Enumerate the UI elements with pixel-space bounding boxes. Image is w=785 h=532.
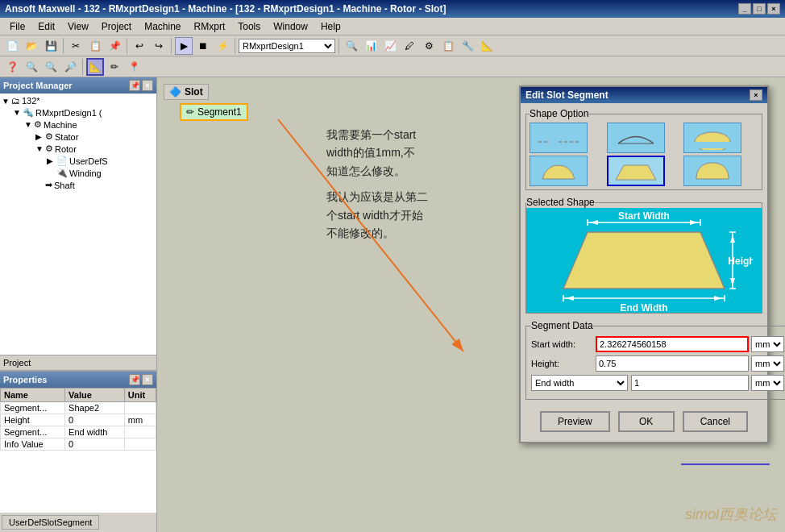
menu-view[interactable]: View [61, 19, 95, 34]
stop-btn[interactable]: ⏹ [194, 37, 212, 55]
tb2-btn1[interactable]: ❓ [3, 58, 21, 76]
props-pin-btn[interactable]: 📌 [129, 374, 140, 385]
height-arrow-top [730, 235, 735, 243]
pm-pin-btn[interactable]: 📌 [129, 80, 140, 91]
end-width-input[interactable] [631, 375, 749, 391]
tb2-btn5[interactable]: 📐 [86, 58, 104, 76]
tree-label-winding: Winding [69, 168, 102, 178]
tree-item-132[interactable]: ▼ 🗂 132* [2, 95, 155, 106]
shape-option-3[interactable] [683, 123, 741, 153]
save-btn[interactable]: 💾 [42, 37, 60, 55]
tb2-btn7[interactable]: 📍 [125, 58, 143, 76]
prop-value: 0 [65, 414, 125, 426]
menu-edit[interactable]: Edit [31, 19, 61, 34]
prop-unit [124, 438, 156, 451]
tree-item-rotor[interactable]: ▼ ⚙ Rotor [2, 143, 155, 155]
close-btn[interactable]: × [767, 3, 780, 15]
pm-close-btn[interactable]: × [142, 80, 153, 91]
shape-option-2[interactable] [607, 123, 665, 153]
tb2-btn2[interactable]: 🔍 [23, 58, 40, 76]
shape-option-4[interactable] [530, 156, 588, 186]
slot-parent[interactable]: 🔷 Slot [164, 84, 209, 100]
comment-line6: 个start width才开始 [326, 206, 428, 224]
tb-btn8[interactable]: 📐 [478, 37, 496, 55]
new-btn[interactable]: 📄 [3, 37, 21, 55]
redo-btn[interactable]: ↪ [150, 37, 168, 55]
project-manager-header: Project Manager 📌 × [0, 77, 156, 94]
menu-tools[interactable]: Tools [231, 19, 267, 34]
menu-help[interactable]: Help [314, 19, 347, 34]
userdef-slot-segment-btn[interactable]: UserDefSlotSegment [2, 515, 99, 530]
toolbar-2: ❓ 🔍 🔍 🔎 📐 ✏ 📍 [0, 56, 785, 77]
tb-btn3[interactable]: 📈 [381, 37, 399, 55]
tree-item-machine[interactable]: ▼ ⚙ Machine [2, 118, 155, 131]
cancel-btn[interactable]: Cancel [683, 411, 748, 432]
start-width-unit[interactable]: mm cm m [751, 336, 784, 352]
expand-icon-rmxprt[interactable]: ▼ [13, 108, 23, 117]
cut-btn[interactable]: ✂ [67, 37, 85, 55]
tree-item-winding[interactable]: 🔌 Winding [2, 167, 155, 179]
expand-icon-rotor[interactable]: ▼ [35, 144, 45, 153]
tree-item-stator[interactable]: ▶ ⚙ Stator [2, 131, 155, 143]
end-width-unit-select[interactable]: mm cm m [751, 375, 784, 391]
tb-btn2[interactable]: 📊 [362, 37, 380, 55]
open-btn[interactable]: 📂 [23, 37, 40, 55]
expand-icon-userdefs[interactable]: ▶ [47, 156, 56, 165]
height-input[interactable] [596, 355, 749, 372]
slot-child[interactable]: ✏ Segment1 [180, 103, 248, 121]
menu-project[interactable]: Project [95, 19, 138, 34]
prop-value: Shape2 [65, 402, 125, 414]
stator-icon: ⚙ [45, 131, 53, 142]
expand-icon-machine[interactable]: ▼ [24, 120, 34, 129]
shape-option-5[interactable] [607, 156, 665, 186]
menu-file[interactable]: File [3, 19, 31, 34]
copy-btn[interactable]: 📋 [86, 37, 104, 55]
end-width-unit[interactable]: mm cm m [751, 375, 784, 391]
tb-btn6[interactable]: 📋 [439, 37, 457, 55]
expand-icon[interactable]: ▼ [2, 97, 11, 106]
tree-label-rmxprt: RMxprtDesign1 ( [35, 108, 102, 118]
rmxprt-icon: 🔩 [23, 107, 34, 118]
tb-btn4[interactable]: 🖊 [401, 37, 418, 55]
shape-option-6[interactable] [683, 156, 741, 186]
menu-rmxprt[interactable]: RMxprt [188, 19, 232, 34]
analyze-btn[interactable]: ⚡ [214, 37, 231, 55]
menu-window[interactable]: Window [267, 19, 314, 34]
props-close-btn[interactable]: × [142, 374, 153, 385]
edit-slot-segment-dialog: Edit Slot Segment × Shape Option [519, 85, 769, 443]
tb2-btn4[interactable]: 🔎 [61, 58, 79, 76]
dialog-close-btn[interactable]: × [750, 89, 762, 101]
canvas-area: 🔷 Slot ✏ Segment1 我需要第一个start width的值1mm… [157, 77, 785, 532]
paste-btn[interactable]: 📌 [106, 37, 123, 55]
menu-machine[interactable]: Machine [138, 19, 187, 34]
preview-btn[interactable]: Preview [540, 411, 610, 432]
minimize-btn[interactable]: _ [738, 3, 751, 15]
end-width-type-select[interactable]: End width Start width [531, 375, 628, 391]
end-width-label: End Width [620, 302, 667, 313]
tree-item-rmxprt[interactable]: ▼ 🔩 RMxprtDesign1 ( [2, 106, 155, 118]
height-unit-select[interactable]: mm cm m [751, 355, 784, 372]
properties-table: Name Value Unit Segment... Shape2 Height… [0, 388, 156, 451]
sim-btn[interactable]: ▶ [175, 37, 193, 55]
height-unit[interactable]: mm cm m [751, 355, 784, 372]
shape-option-1[interactable] [530, 123, 588, 153]
comment-spacer [326, 180, 428, 188]
start-width-input[interactable] [596, 336, 749, 352]
tree-item-userdefs[interactable]: ▶ 📄 UserDefS [2, 155, 155, 167]
tb-btn5[interactable]: ⚙ [420, 37, 438, 55]
ok-btn[interactable]: OK [618, 411, 675, 432]
tb2-btn6[interactable]: ✏ [106, 58, 123, 76]
tb-btn1[interactable]: 🔍 [343, 37, 360, 55]
start-width-unit-select[interactable]: mm cm m [751, 336, 784, 352]
tree-item-shaft[interactable]: ➡ Shaft [2, 179, 155, 191]
app-title: Ansoft Maxwell - 132 - RMxprtDesign1 - M… [5, 3, 738, 15]
start-width-label: Start Width [618, 210, 670, 222]
sep5 [339, 38, 339, 54]
expand-icon-stator[interactable]: ▶ [35, 132, 45, 141]
tb-btn7[interactable]: 🔧 [459, 37, 476, 55]
design-select[interactable]: RMxprtDesign1 [239, 39, 335, 53]
project-tab[interactable]: Project [0, 355, 156, 371]
tb2-btn3[interactable]: 🔍 [42, 58, 60, 76]
maximize-btn[interactable]: □ [753, 3, 766, 15]
undo-btn[interactable]: ↩ [131, 37, 148, 55]
